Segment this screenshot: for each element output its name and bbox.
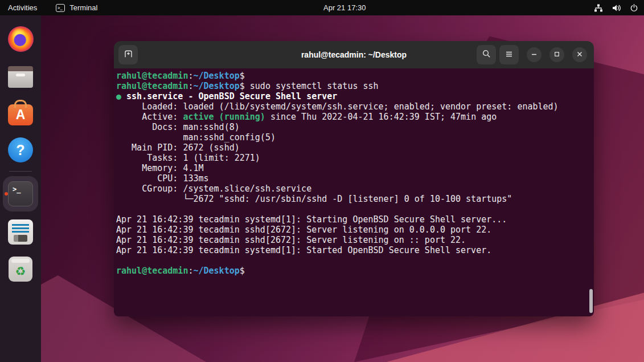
dock-item-files[interactable]: [7, 62, 34, 90]
help-icon: ?: [8, 137, 33, 162]
volume-icon: [612, 3, 621, 13]
terminal-icon: >_: [8, 181, 33, 206]
recycle-glyph: ♻: [15, 266, 26, 278]
terminal-output: rahul@tecadmin:~/Desktop$ rahul@tecadmin…: [114, 68, 594, 276]
terminal-line: Apr 21 16:42:39 tecadmin sshd[2672]: Ser…: [116, 235, 594, 245]
firefox-icon: [8, 26, 34, 52]
terminal-line: ● ssh.service - OpenBSD Secure Shell ser…: [116, 91, 594, 101]
terminal-line: rahul@tecadmin:~/Desktop$: [116, 71, 594, 81]
maximize-button[interactable]: [549, 47, 564, 62]
search-icon: [482, 49, 491, 60]
terminal-line: Tasks: 1 (limit: 2271): [116, 153, 594, 163]
terminal-line: Main PID: 2672 (sshd): [116, 143, 594, 153]
terminal-line: Active: active (running) since Thu 2022-…: [116, 112, 594, 122]
power-icon: [630, 3, 638, 13]
terminal-line: Apr 21 16:42:39 tecadmin systemd[1]: Sta…: [116, 214, 594, 225]
dock-item-trash[interactable]: ♻: [7, 255, 34, 283]
trash-icon: ♻: [9, 257, 32, 282]
terminal-line: Apr 21 16:42:39 tecadmin systemd[1]: Sta…: [116, 245, 594, 255]
software-letter: A: [16, 107, 26, 123]
search-button[interactable]: [477, 45, 496, 64]
titlebar-controls: [473, 45, 587, 64]
terminal-line: [116, 204, 594, 214]
terminal-line: Memory: 4.1M: [116, 163, 594, 173]
terminal-line: CPU: 133ms: [116, 173, 594, 184]
terminal-line: [116, 255, 594, 266]
close-button[interactable]: [572, 47, 587, 62]
minimize-button[interactable]: [527, 47, 542, 62]
text-editor-icon: [8, 219, 33, 245]
terminal-app-icon: >_: [56, 4, 65, 12]
close-icon: [576, 50, 584, 60]
dock-item-help[interactable]: ?: [7, 136, 34, 164]
new-tab-button[interactable]: [118, 45, 138, 64]
terminal-line: └─2672 "sshd: /usr/sbin/sshd -D [listene…: [116, 194, 594, 204]
clock[interactable]: Apr 21 17:30: [323, 0, 366, 15]
dock-item-text-editor[interactable]: [7, 218, 34, 246]
terminal-line: Apr 21 16:42:39 tecadmin sshd[2672]: Ser…: [116, 225, 594, 235]
running-indicator-dot: [5, 192, 8, 196]
terminal-line: rahul@tecadmin:~/Desktop$: [116, 266, 594, 276]
scrollbar-thumb[interactable]: [589, 289, 593, 313]
dock-item-ubuntu-software[interactable]: A: [7, 99, 34, 127]
app-menu-button[interactable]: >_ Terminal: [56, 3, 97, 12]
activities-button[interactable]: Activities: [8, 3, 37, 12]
dock-item-terminal[interactable]: >_: [3, 176, 38, 211]
menu-button[interactable]: [499, 45, 519, 64]
dock: A ? >_ ♻: [0, 15, 41, 362]
wired-network-icon: [594, 3, 603, 13]
terminal-line: rahul@tecadmin:~/Desktop$ sudo systemctl…: [116, 81, 594, 91]
ubuntu-software-icon: A: [8, 104, 33, 125]
files-icon: [8, 69, 33, 88]
dock-divider: [9, 171, 32, 172]
maximize-icon: [553, 50, 561, 60]
dock-item-firefox[interactable]: [7, 25, 34, 52]
terminal-titlebar[interactable]: rahul@tecadmin: ~/Desktop: [114, 41, 594, 68]
menu-icon: [504, 50, 514, 60]
new-tab-icon: [124, 49, 133, 60]
terminal-line: Loaded: loaded (/lib/systemd/system/ssh.…: [116, 101, 594, 112]
terminal-line: CGroup: /system.slice/ssh.service: [116, 184, 594, 194]
minimize-icon: [530, 50, 538, 60]
system-status-area[interactable]: [594, 0, 638, 15]
terminal-output-area[interactable]: rahul@tecadmin:~/Desktop$ rahul@tecadmin…: [114, 68, 594, 316]
help-glyph: ?: [16, 142, 24, 158]
terminal-line: Docs: man:sshd(8): [116, 122, 594, 132]
terminal-window: rahul@tecadmin: ~/Desktop: [114, 41, 594, 316]
app-menu-label: Terminal: [69, 3, 97, 12]
top-bar: Activities >_ Terminal Apr 21 17:30: [0, 0, 644, 15]
terminal-line: man:sshd_config(5): [116, 132, 594, 143]
